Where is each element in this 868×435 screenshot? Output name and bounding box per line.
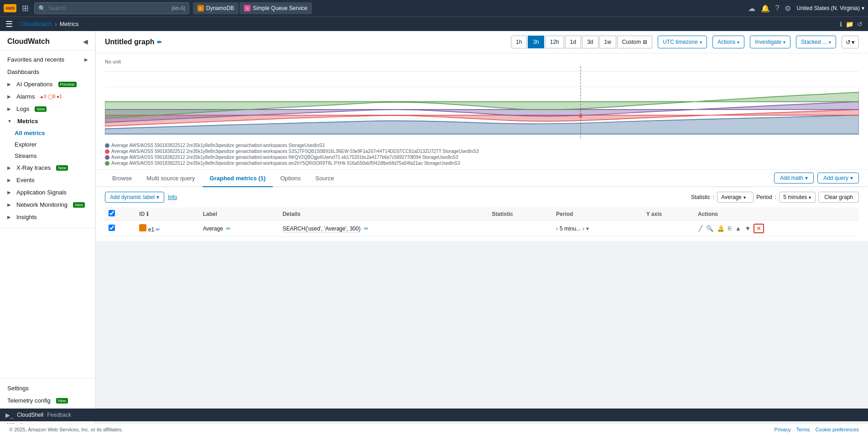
time-btn-3h[interactable]: 3h <box>528 36 544 48</box>
edit-details-icon[interactable]: ✏ <box>364 225 369 232</box>
period-prev-icon[interactable]: ‹ <box>556 225 558 232</box>
sidebar-item-label: Streams <box>15 152 36 159</box>
row-id-cell: e1 ✏ <box>135 221 199 236</box>
graph-canvas <box>105 66 859 139</box>
tab-graphed-metrics[interactable]: Graphed metrics (1) <box>203 170 273 187</box>
edit-title-icon[interactable]: ✏ <box>157 39 162 46</box>
row-action-move-down[interactable]: ▼ <box>744 224 752 233</box>
legend-color-3 <box>105 155 109 160</box>
chevron-down-icon[interactable]: ▾ <box>586 225 589 232</box>
sidebar-item-insights[interactable]: ▶ Insights <box>0 211 95 223</box>
sidebar-item-events[interactable]: ▶ Events <box>0 174 95 186</box>
time-btn-custom[interactable]: Custom ⊞ <box>617 36 652 48</box>
footer-link-privacy[interactable]: Privacy <box>774 427 791 432</box>
info-link[interactable]: Info <box>168 194 177 200</box>
chevron-down-icon: ▾ <box>156 194 159 200</box>
row-action-alarm[interactable]: 🔔 <box>716 224 725 233</box>
row-action-copy[interactable]: ⎘ <box>727 224 733 233</box>
breadcrumb-separator: › <box>55 21 57 27</box>
services-grid-icon[interactable]: ⊞ <box>20 2 31 14</box>
legend-item-1: Average AWS/AOSS 590183822512 2re35k1y8e… <box>105 143 859 148</box>
search-input[interactable] <box>48 5 172 11</box>
feedback-button[interactable]: Feedback <box>47 412 71 418</box>
time-btn-1w[interactable]: 1w <box>599 36 616 48</box>
folder-icon-btn[interactable]: 📁 <box>846 21 853 28</box>
service-tab-sqs[interactable]: S Simple Queue Service <box>239 2 312 14</box>
tab-browse[interactable]: Browse <box>105 170 139 187</box>
row-checkbox[interactable] <box>109 225 115 231</box>
badge-new-logs: New <box>35 106 47 112</box>
refresh-icon-btn[interactable]: ↺ <box>857 21 863 28</box>
sidebar-item-favorites[interactable]: Favorites and recents ▶ <box>0 53 95 66</box>
clear-graph-button[interactable]: Clear graph <box>818 192 859 203</box>
time-btn-1d[interactable]: 1d <box>565 36 581 48</box>
chevron-down-icon: ▾ <box>737 40 739 45</box>
row-action-search[interactable]: 🔍 <box>705 224 714 233</box>
aws-logo[interactable]: AWS <box>4 4 16 12</box>
sidebar-item-telemetry[interactable]: Telemetry config New <box>0 394 95 407</box>
tab-source[interactable]: Source <box>308 170 341 187</box>
row-action-move-up[interactable]: ▲ <box>734 224 742 233</box>
sidebar-sub-item-streams[interactable]: Streams <box>0 150 95 162</box>
sidebar-item-label: Explorer <box>15 141 36 148</box>
dynamodb-label: DynamoDB <box>206 5 234 11</box>
edit-label-icon[interactable]: ✏ <box>226 225 231 232</box>
refresh-button-group[interactable]: ↺ ▾ <box>842 36 859 48</box>
sidebar-collapse-btn[interactable]: ◀ <box>83 38 88 45</box>
sidebar-sub-item-explorer[interactable]: Explorer <box>0 139 95 150</box>
main-layout: CloudWatch ◀ Favorites and recents ▶ Das… <box>0 31 868 435</box>
edit-id-icon[interactable]: ✏ <box>156 226 160 233</box>
sidebar-item-metrics[interactable]: ▼ Metrics <box>0 115 95 127</box>
sidebar-item-network-monitoring[interactable]: ▶ Network Monitoring New <box>0 199 95 211</box>
region-selector[interactable]: United States (N. Virginia) ▾ <box>796 5 864 11</box>
sidebar-item-label: Telemetry config <box>7 397 51 404</box>
hamburger-menu[interactable]: ☰ <box>5 19 13 29</box>
time-btn-1h[interactable]: 1h <box>511 36 527 48</box>
statistic-selector[interactable]: Average ▾ <box>717 192 754 203</box>
row-action-line-chart[interactable]: ╱ <box>698 224 703 233</box>
chevron-down-icon: ▾ <box>829 40 831 45</box>
settings-icon[interactable]: ⚙ <box>785 4 791 13</box>
period-next-icon[interactable]: › <box>582 225 584 232</box>
tab-options[interactable]: Options <box>273 170 308 187</box>
graph-title: Untitled graph <box>105 38 154 46</box>
legend-text-3: Average AWS/AOSS 590183822512 2re35k1y8e… <box>111 155 458 160</box>
sidebar-item-ai-operations[interactable]: ▶ AI Operations Preview <box>0 78 95 90</box>
actions-button[interactable]: Actions ▾ <box>712 36 744 48</box>
footer-link-cookies[interactable]: Cookie preferences <box>816 427 859 432</box>
info-icon-btn[interactable]: ℹ <box>840 21 842 28</box>
legend-item-2: Average AWS/AOSS 590183822512 2re35k1y8e… <box>105 149 859 154</box>
period-selector[interactable]: 5 minutes ▾ <box>779 192 816 203</box>
cloudshell-label[interactable]: CloudShell <box>17 412 43 418</box>
global-search-bar[interactable]: 🔍 [Alt+S] <box>34 2 189 14</box>
dynamic-label-button[interactable]: Add dynamic label ▾ <box>105 192 164 203</box>
legend-text-1: Average AWS/AOSS 590183822512 2re35k1y8e… <box>111 143 325 148</box>
col-label: Label <box>199 207 279 221</box>
time-btn-3d[interactable]: 3d <box>582 36 598 48</box>
service-tab-dynamodb[interactable]: D DynamoDB <box>193 2 239 14</box>
tab-multi-source[interactable]: Multi source query <box>139 170 202 187</box>
footer-link-terms[interactable]: Terms <box>796 427 810 432</box>
investigate-button[interactable]: Investigate ▾ <box>750 36 790 48</box>
add-query-button[interactable]: Add query ▾ <box>817 173 859 183</box>
breadcrumb-parent[interactable]: CloudWatch <box>20 21 52 27</box>
stacked-button[interactable]: Stacked ... ▾ <box>796 36 836 48</box>
sidebar-sub-item-all-metrics[interactable]: All metrics <box>0 127 95 139</box>
col-details: Details <box>279 207 488 221</box>
sidebar-item-xray[interactable]: ▶ X-Ray traces New <box>0 162 95 174</box>
sidebar-item-logs[interactable]: ▶ Logs New <box>0 103 95 115</box>
cloud-icon[interactable]: ☁ <box>748 4 755 13</box>
sidebar-item-alarms[interactable]: ▶ Alarms ▲0 ◯0 ●1 <box>0 90 95 103</box>
sidebar-item-appsignals[interactable]: ▶ Application Signals <box>0 186 95 199</box>
sidebar-item-settings[interactable]: Settings <box>0 382 95 394</box>
time-btn-12h[interactable]: 12h <box>545 36 564 48</box>
timezone-selector[interactable]: UTC timezone ▾ <box>658 36 707 48</box>
select-all-checkbox[interactable] <box>109 210 115 216</box>
sidebar-item-dashboards[interactable]: Dashboards <box>0 66 95 78</box>
bell-icon[interactable]: 🔔 <box>761 4 770 13</box>
row-action-delete[interactable]: ✕ <box>754 224 764 233</box>
chevron-right-icon: ▶ <box>7 82 11 87</box>
add-math-button[interactable]: Add math ▾ <box>774 173 814 183</box>
help-icon[interactable]: ? <box>775 4 780 12</box>
sidebar-item-label: Alarms <box>16 93 35 100</box>
